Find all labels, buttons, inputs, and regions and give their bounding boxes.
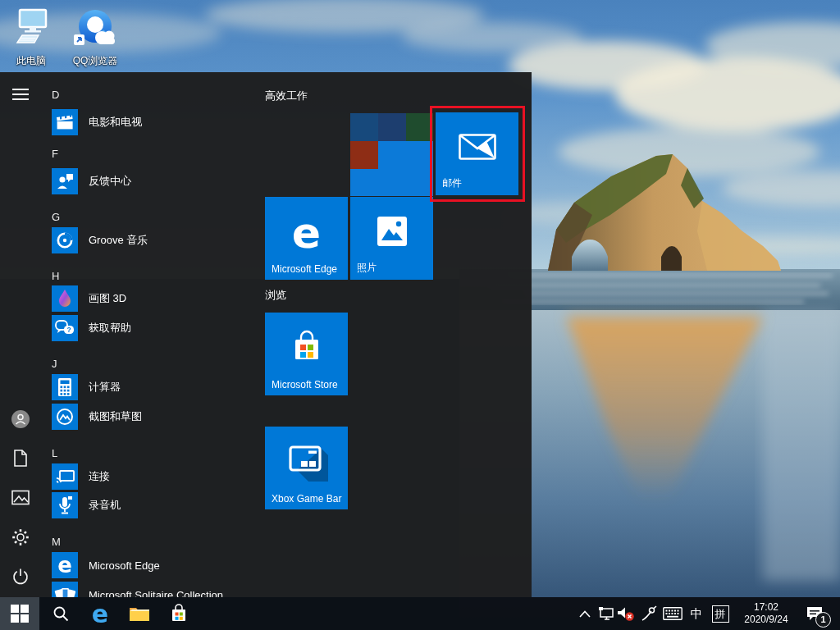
app-label: 电影和电视 xyxy=(89,115,142,130)
this-pc-icon xyxy=(11,7,52,49)
feedback-hub-icon xyxy=(52,168,78,194)
start-menu: D 电影和电视 F 反馈中心 xyxy=(0,72,532,597)
app-row-solitaire[interactable]: Microsoft Solitaire Collection xyxy=(52,582,261,597)
windows-logo-icon xyxy=(11,605,29,623)
movies-tv-icon xyxy=(52,109,78,135)
app-list-letter[interactable]: F xyxy=(52,148,58,160)
help-question-glyph: ? xyxy=(66,326,71,334)
voice-recorder-icon xyxy=(52,492,78,518)
user-avatar-icon xyxy=(11,409,30,429)
taskbar-edge-button[interactable]: e xyxy=(82,597,118,630)
app-row-microsoft-edge[interactable]: e Microsoft Edge xyxy=(52,552,261,578)
connect-icon xyxy=(52,463,78,490)
app-row-groove-music[interactable]: Groove 音乐 xyxy=(52,227,261,253)
app-row-feedback-hub[interactable]: 反馈中心 xyxy=(52,168,261,194)
app-label: 计算器 xyxy=(89,380,121,395)
menu-hamburger-button[interactable] xyxy=(10,84,31,105)
app-label: Microsoft Edge xyxy=(89,559,160,572)
tile-group-title[interactable]: 高效工作 xyxy=(265,89,308,103)
app-label: 连接 xyxy=(89,469,110,484)
power-icon xyxy=(11,568,30,586)
xbox-game-bar-icon xyxy=(285,441,328,485)
document-icon xyxy=(12,450,29,468)
groove-music-icon xyxy=(52,227,78,253)
store-taskbar-icon xyxy=(169,604,189,623)
documents-button[interactable] xyxy=(10,448,31,469)
tile-label: Microsoft Edge xyxy=(272,263,337,275)
gear-icon xyxy=(11,528,30,546)
app-list-letter[interactable]: D xyxy=(52,89,59,101)
app-label: 反馈中心 xyxy=(89,174,131,189)
paint-3d-icon xyxy=(52,285,78,312)
app-list-letter[interactable]: J xyxy=(52,358,57,370)
ime-scheme-badge: 拼 xyxy=(712,605,729,623)
tile-label: Microsoft Store xyxy=(272,379,338,390)
app-row-movies-tv[interactable]: 电影和电视 xyxy=(52,109,261,135)
tile-microsoft-store[interactable]: Microsoft Store xyxy=(265,313,348,395)
tile-label: 照片 xyxy=(357,261,377,275)
taskbar-store-button[interactable] xyxy=(161,597,197,630)
tray-network-button[interactable] xyxy=(596,597,616,630)
start-button[interactable] xyxy=(0,597,39,630)
app-label: 截图和草图 xyxy=(89,409,142,424)
tile-label: Xbox Game Bar xyxy=(272,493,341,504)
taskbar-file-explorer-button[interactable] xyxy=(121,597,158,630)
snip-sketch-icon xyxy=(52,404,78,430)
chevron-up-icon xyxy=(579,610,591,618)
desktop-icon-label: QQ浏览器 xyxy=(64,54,126,68)
action-center-button[interactable]: 1 xyxy=(800,597,829,630)
app-list-letter[interactable]: H xyxy=(52,270,59,282)
app-label: 画图 3D xyxy=(89,291,126,306)
settings-button[interactable] xyxy=(10,527,31,548)
app-row-get-help[interactable]: ? 获取帮助 xyxy=(52,315,261,341)
tile-microsoft-edge[interactable]: e Microsoft Edge xyxy=(265,197,348,280)
ime-mode-indicator: 中 xyxy=(691,606,703,622)
user-account-button[interactable] xyxy=(10,409,31,430)
tile-group-title[interactable]: 浏览 xyxy=(265,288,286,303)
taskbar-clock[interactable]: 17:02 2020/9/24 xyxy=(737,601,796,626)
keyboard-icon xyxy=(663,607,682,620)
app-list-letter[interactable]: L xyxy=(52,447,57,459)
app-row-paint-3d[interactable]: 画图 3D xyxy=(52,285,261,312)
app-row-connect[interactable]: 连接 xyxy=(52,463,261,490)
app-row-snip-sketch[interactable]: 截图和草图 xyxy=(52,404,261,430)
pictures-icon xyxy=(11,490,30,506)
power-button[interactable] xyxy=(10,566,31,587)
photos-icon xyxy=(376,215,409,251)
desktop-icon-label: 此电脑 xyxy=(0,54,62,68)
tile-photos[interactable]: 照片 xyxy=(350,197,433,280)
tray-show-hidden-icons[interactable] xyxy=(576,597,594,630)
app-row-calculator[interactable]: 计算器 xyxy=(52,374,261,400)
edge-tile-icon: e xyxy=(292,208,321,258)
tray-touch-keyboard-button[interactable] xyxy=(661,597,684,630)
edge-icon: e xyxy=(52,552,78,578)
tray-ime-mode-button[interactable]: 中 xyxy=(687,597,706,630)
edge-taskbar-icon: e xyxy=(92,600,108,628)
network-icon xyxy=(598,606,614,621)
solitaire-icon xyxy=(52,582,78,597)
tray-volume-button[interactable] xyxy=(616,597,636,630)
app-list-letter[interactable]: M xyxy=(52,536,61,548)
app-label: Groove 音乐 xyxy=(89,233,148,248)
app-row-voice-recorder[interactable]: 录音机 xyxy=(52,492,261,518)
tray-windows-ink-button[interactable] xyxy=(639,597,659,630)
hamburger-icon xyxy=(12,88,29,101)
selection-highlight-red-box xyxy=(430,106,525,202)
clock-time: 17:02 xyxy=(737,601,796,614)
qq-browser-icon xyxy=(71,7,120,49)
ink-pen-icon xyxy=(641,605,657,622)
app-label: 获取帮助 xyxy=(89,321,131,336)
taskbar: e xyxy=(0,597,840,630)
desktop-icon-this-pc[interactable]: 此电脑 xyxy=(0,7,62,68)
tile-xbox-game-bar[interactable]: Xbox Game Bar xyxy=(265,427,348,509)
taskbar-search-button[interactable] xyxy=(43,597,79,630)
app-list-letter[interactable]: G xyxy=(52,211,60,223)
get-help-icon: ? xyxy=(52,315,78,341)
store-icon xyxy=(290,330,324,368)
clock-date: 2020/9/24 xyxy=(737,614,796,626)
desktop-icon-qq-browser[interactable]: QQ浏览器 xyxy=(64,7,126,68)
start-menu-rail xyxy=(0,72,39,597)
tile-live-mosaic[interactable] xyxy=(350,113,433,196)
pictures-button[interactable] xyxy=(10,487,31,509)
tray-ime-scheme-button[interactable]: 拼 xyxy=(710,597,731,630)
